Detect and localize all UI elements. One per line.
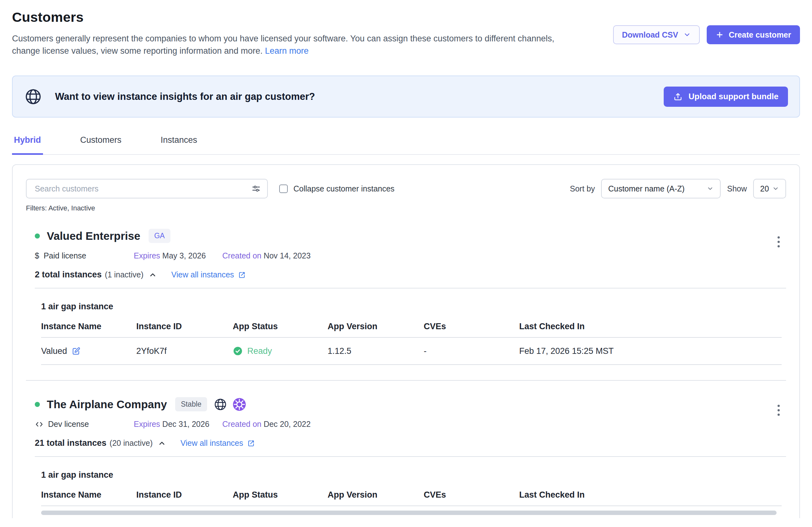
active-status-dot — [35, 234, 40, 239]
inactive-note: (20 inactive) — [110, 438, 153, 448]
check-circle-icon — [233, 346, 243, 356]
filter-sliders-icon[interactable] — [251, 184, 261, 193]
header-left: Customers Customers generally represent … — [12, 10, 578, 57]
instance-name: Valued — [41, 346, 67, 356]
col-header-app-status: App Status — [233, 490, 328, 506]
license-type: $ Paid license — [35, 251, 134, 260]
sort-select-value: Customer name (A-Z) — [608, 184, 685, 193]
inactive-note: (1 inactive) — [105, 270, 144, 279]
table-row: Valued 2YfoK7f — [41, 337, 782, 365]
customer-menu-button[interactable] — [775, 403, 782, 418]
col-header-app-version: App Version — [328, 322, 424, 337]
view-tabs: Hybrid Customers Instances — [12, 132, 800, 155]
view-all-instances-label: View all instances — [180, 438, 243, 448]
instance-id: 2YfoK7f — [136, 337, 233, 365]
kubernetes-helm-icon — [232, 397, 246, 411]
show-select-value: 20 — [760, 184, 769, 193]
chevron-down-icon — [683, 31, 691, 39]
app-version: 1.12.5 — [328, 337, 424, 365]
download-csv-button[interactable]: Download CSV — [613, 25, 700, 44]
collapse-instances-control[interactable]: Collapse customer instances — [279, 184, 395, 193]
created-date: Nov 14, 2023 — [264, 251, 311, 260]
divider — [35, 456, 786, 457]
expires-field: Expires Dec 31, 2026 — [134, 420, 222, 429]
tab-hybrid[interactable]: Hybrid — [12, 132, 43, 155]
expires-date: Dec 31, 2026 — [162, 420, 209, 428]
customer-section-divider — [26, 380, 786, 381]
customer-name: The Airplane Company — [47, 398, 167, 411]
customer-name: Valued Enterprise — [47, 230, 140, 242]
search-wrap — [26, 179, 268, 198]
expires-date: May 3, 2026 — [162, 251, 206, 260]
customer-header: Valued Enterprise GA — [35, 229, 786, 243]
customer-type-icons — [214, 397, 246, 411]
total-instances: 21 total instances — [35, 438, 106, 448]
customer-header: The Airplane Company Stable — [35, 397, 786, 411]
learn-more-link[interactable]: Learn more — [265, 46, 309, 56]
show-select[interactable]: 20 — [753, 179, 786, 198]
chevron-up-icon[interactable] — [158, 439, 166, 447]
active-status-dot — [35, 402, 40, 407]
total-instances: 2 total instances — [35, 270, 102, 280]
app-status: Ready — [247, 346, 272, 356]
page-description: Customers generally represent the compan… — [12, 32, 578, 57]
chevron-up-icon[interactable] — [149, 271, 157, 279]
expires-field: Expires May 3, 2026 — [134, 251, 222, 260]
sort-by-label: Sort by — [570, 184, 595, 193]
expires-label: Expires — [134, 420, 160, 428]
col-header-cves: CVEs — [424, 490, 519, 506]
show-label: Show — [727, 184, 747, 193]
partial-row-skeleton — [41, 511, 777, 515]
search-input[interactable] — [26, 179, 268, 198]
license-label: Paid license — [44, 251, 86, 260]
col-header-instance-name: Instance Name — [41, 322, 136, 337]
airgap-instances-heading: 1 air gap instance — [41, 470, 786, 480]
create-customer-button[interactable]: Create customer — [707, 25, 800, 44]
col-header-cves: CVEs — [424, 322, 519, 337]
customer-valued-enterprise: Valued Enterprise GA $ Paid license Expi… — [26, 229, 786, 365]
toolbar: Collapse customer instances Sort by Cust… — [26, 179, 786, 198]
sort-select[interactable]: Customer name (A-Z) — [601, 179, 721, 198]
plus-icon — [715, 31, 724, 39]
tab-customers[interactable]: Customers — [78, 132, 124, 154]
view-all-instances-link[interactable]: View all instances — [180, 438, 255, 448]
license-label: Dev license — [48, 420, 89, 429]
app-status-cell: Ready — [233, 346, 328, 356]
instances-summary-row: 21 total instances (20 inactive) View al… — [35, 438, 786, 448]
col-header-last-checked-in: Last Checked In — [519, 322, 782, 337]
table-header-row: Instance Name Instance ID App Status App… — [41, 490, 782, 506]
external-link-icon — [238, 271, 246, 279]
banner-title: Want to view instance insights for an ai… — [55, 91, 315, 102]
tab-instances[interactable]: Instances — [159, 132, 199, 154]
active-filters-text: Filters: Active, Inactive — [26, 204, 786, 212]
col-header-app-version: App Version — [328, 490, 424, 506]
chevron-down-icon — [707, 185, 714, 192]
upload-icon — [673, 92, 683, 102]
instances-table: Instance Name Instance ID App Status App… — [41, 490, 782, 506]
customer-menu-button[interactable] — [775, 235, 782, 249]
page-header: Customers Customers generally represent … — [12, 10, 800, 57]
upload-support-bundle-button[interactable]: Upload support bundle — [664, 87, 788, 107]
customers-page: Customers Customers generally represent … — [0, 0, 812, 518]
col-header-instance-name: Instance Name — [41, 490, 136, 506]
instances-summary-row: 2 total instances (1 inactive) View all … — [35, 270, 786, 280]
edit-icon[interactable] — [71, 346, 81, 356]
code-icon — [35, 420, 44, 429]
header-actions: Download CSV Create customer — [613, 25, 800, 44]
divider — [35, 288, 786, 288]
col-header-instance-id: Instance ID — [136, 490, 233, 506]
download-csv-label: Download CSV — [622, 30, 678, 40]
created-date: Dec 20, 2022 — [264, 420, 311, 428]
table-header-row: Instance Name Instance ID App Status App… — [41, 322, 782, 337]
customer-meta-row: $ Paid license Expires May 3, 2026 Creat… — [35, 251, 786, 260]
customer-the-airplane-company: The Airplane Company Stable — [26, 397, 786, 515]
page-title: Customers — [12, 10, 578, 25]
channel-badge: Stable — [175, 397, 207, 411]
create-customer-label: Create customer — [729, 30, 791, 40]
channel-badge: GA — [149, 229, 171, 243]
external-link-icon — [247, 439, 255, 447]
view-all-instances-link[interactable]: View all instances — [171, 270, 246, 279]
instance-name-cell: Valued — [41, 346, 136, 356]
collapse-instances-checkbox[interactable] — [279, 184, 288, 193]
cves-value: - — [424, 337, 519, 365]
